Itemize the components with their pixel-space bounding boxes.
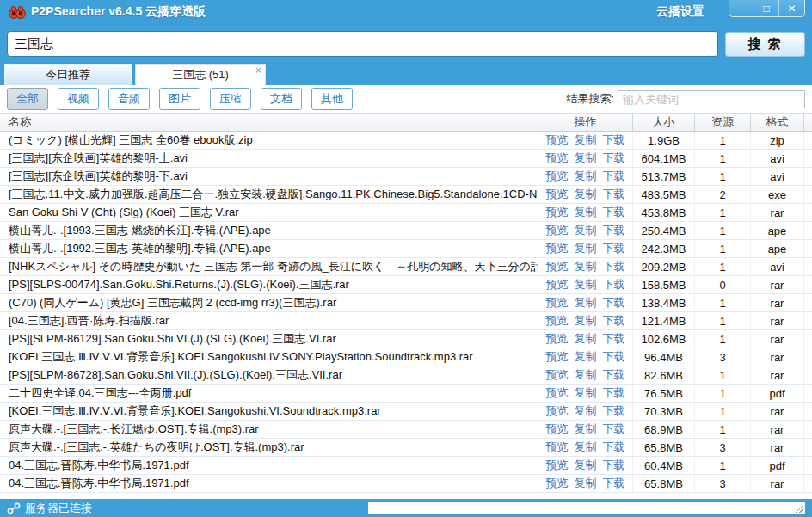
- preview-link[interactable]: 预览: [546, 385, 569, 401]
- preview-link[interactable]: 预览: [546, 331, 569, 347]
- row-actions: 预览复制下载: [538, 276, 633, 293]
- preview-link[interactable]: 预览: [546, 440, 569, 455]
- preview-link[interactable]: 预览: [546, 259, 569, 274]
- copy-link[interactable]: 复制: [575, 458, 597, 473]
- preview-link[interactable]: 预览: [546, 205, 569, 220]
- filter-button-image[interactable]: 图片: [159, 88, 200, 110]
- download-link[interactable]: 下载: [603, 169, 625, 184]
- preview-link[interactable]: 预览: [546, 476, 569, 491]
- copy-link[interactable]: 复制: [575, 440, 597, 455]
- download-link[interactable]: 下载: [603, 385, 625, 401]
- preview-link[interactable]: 预览: [546, 313, 569, 329]
- copy-link[interactable]: 复制: [575, 205, 597, 220]
- filter-button-other[interactable]: 其他: [311, 88, 353, 110]
- file-name[interactable]: [三国志.11.中文.威力加强版.超高压二合一.独立安装.硬盘版].Sango.…: [0, 186, 538, 203]
- download-link[interactable]: 下载: [603, 277, 625, 292]
- copy-link[interactable]: 复制: [575, 403, 597, 419]
- file-name[interactable]: [PS][SLPS-00474].San.Goku.Shi.Returns.(J…: [0, 276, 538, 293]
- download-link[interactable]: 下载: [603, 241, 625, 256]
- file-name[interactable]: 横山菁儿.-.[1992.三国志-英雄的黎明].专辑.(APE).ape: [0, 240, 538, 257]
- file-name[interactable]: San Goku Shi V (Cht) (Slg) (Koei) 三国志 V.…: [0, 204, 538, 221]
- file-name[interactable]: [PS][SLPM-86129].San.Goku.Shi.VI.(J).(SL…: [0, 330, 538, 348]
- copy-link[interactable]: 复制: [575, 385, 597, 401]
- file-name[interactable]: 原声大碟.-.[三国志.-.英雄たちの夜明け.OST].专辑.(mp3).rar: [0, 439, 538, 456]
- copy-link[interactable]: 复制: [575, 241, 597, 256]
- download-link[interactable]: 下载: [603, 440, 625, 455]
- copy-link[interactable]: 复制: [575, 187, 597, 202]
- download-link[interactable]: 下载: [603, 422, 625, 437]
- file-name[interactable]: (コミック) [横山光輝] 三国志 全60巻 ebook版.zip: [0, 132, 538, 149]
- file-name[interactable]: 04.三国志.晋陈寿.中华书局.1971.pdf: [0, 475, 538, 492]
- filter-button-video[interactable]: 视频: [58, 88, 99, 110]
- preview-link[interactable]: 预览: [546, 277, 569, 292]
- download-link[interactable]: 下载: [603, 259, 625, 274]
- preview-link[interactable]: 预览: [546, 223, 569, 238]
- preview-link[interactable]: 预览: [546, 241, 569, 256]
- cloud-settings-button[interactable]: 云播设置: [656, 4, 704, 20]
- preview-link[interactable]: 预览: [546, 151, 569, 166]
- download-link[interactable]: 下载: [603, 403, 625, 419]
- preview-link[interactable]: 预览: [546, 403, 569, 419]
- download-link[interactable]: 下载: [603, 331, 625, 347]
- download-link[interactable]: 下载: [603, 476, 625, 491]
- download-link[interactable]: 下载: [603, 132, 625, 148]
- file-name[interactable]: 二十四史全译.04.三国志---全两册.pdf: [0, 385, 538, 402]
- tab-today-recommend[interactable]: 今日推荐: [4, 64, 132, 85]
- maximize-button[interactable]: □: [754, 0, 779, 16]
- preview-link[interactable]: 预览: [546, 349, 569, 365]
- copy-link[interactable]: 复制: [575, 331, 597, 347]
- filter-button-all[interactable]: 全部: [7, 88, 48, 110]
- file-name[interactable]: [KOEI.三国志.Ⅲ.Ⅳ.Ⅴ.Ⅵ.背景音乐].KOEI.Sangokushi.…: [0, 403, 538, 420]
- download-link[interactable]: 下载: [603, 367, 625, 383]
- copy-link[interactable]: 复制: [575, 277, 597, 292]
- preview-link[interactable]: 预览: [546, 132, 569, 148]
- file-name[interactable]: 横山菁儿.-.[1993.三国志-燃烧的长江].专辑.(APE).ape: [0, 222, 538, 239]
- preview-link[interactable]: 预览: [546, 169, 569, 184]
- copy-link[interactable]: 复制: [575, 259, 597, 274]
- download-link[interactable]: 下载: [603, 151, 625, 166]
- download-link[interactable]: 下载: [603, 458, 625, 473]
- preview-link[interactable]: 预览: [546, 295, 569, 311]
- search-button[interactable]: 搜 索: [725, 32, 805, 57]
- download-link[interactable]: 下载: [603, 349, 625, 365]
- search-input[interactable]: [7, 31, 718, 57]
- tab-close-icon[interactable]: ×: [255, 65, 261, 76]
- close-button[interactable]: ✕: [779, 0, 804, 16]
- preview-link[interactable]: 预览: [546, 187, 569, 202]
- copy-link[interactable]: 复制: [575, 151, 597, 166]
- preview-link[interactable]: 预览: [546, 458, 569, 473]
- preview-link[interactable]: 预览: [546, 367, 569, 383]
- status-input[interactable]: [368, 502, 805, 514]
- copy-link[interactable]: 复制: [575, 476, 597, 491]
- resize-grip-icon[interactable]: [796, 505, 803, 513]
- download-link[interactable]: 下载: [603, 313, 625, 329]
- file-name[interactable]: 04.三国志.晋陈寿.中华书局.1971.pdf: [0, 457, 538, 474]
- file-name[interactable]: [04.三国志].西晋·陈寿.扫描版.rar: [0, 312, 538, 329]
- download-link[interactable]: 下载: [603, 187, 625, 202]
- file-name[interactable]: (C70) (同人ゲーム) [黄忠G] 三国志載閃 2 (ccd-img rr3…: [0, 294, 538, 311]
- copy-link[interactable]: 复制: [575, 223, 597, 238]
- download-link[interactable]: 下载: [603, 295, 625, 311]
- minimize-button[interactable]: ─: [729, 0, 754, 16]
- filter-button-audio[interactable]: 音频: [108, 88, 150, 110]
- download-link[interactable]: 下载: [603, 223, 625, 238]
- filter-button-doc[interactable]: 文档: [261, 88, 302, 110]
- copy-link[interactable]: 复制: [575, 132, 597, 148]
- file-name[interactable]: [三国志][东企映画]英雄的黎明-下.avi: [0, 168, 538, 185]
- download-link[interactable]: 下载: [603, 205, 625, 220]
- copy-link[interactable]: 复制: [575, 422, 597, 437]
- file-name[interactable]: [PS][SLPM-86728].San.Goku.Shi.VII.(J).(S…: [0, 366, 538, 384]
- copy-link[interactable]: 复制: [575, 313, 597, 329]
- preview-link[interactable]: 预览: [546, 422, 569, 437]
- filter-button-archive[interactable]: 压缩: [210, 88, 251, 110]
- file-name[interactable]: [KOEI.三国志.Ⅲ.Ⅳ.Ⅴ.Ⅵ.背景音乐].KOEI.Sangokushi.…: [0, 348, 538, 366]
- copy-link[interactable]: 复制: [575, 367, 597, 383]
- tab-search-results[interactable]: 三国志 (51) ×: [135, 64, 266, 85]
- file-name[interactable]: [三国志][东企映画]英雄的黎明-上.avi: [0, 150, 538, 167]
- copy-link[interactable]: 复制: [575, 349, 597, 365]
- file-name[interactable]: 原声大碟.-.[三国志.-.长江燃ゆ.OST].专辑.(mp3).rar: [0, 421, 538, 438]
- copy-link[interactable]: 复制: [575, 169, 597, 184]
- result-search-input[interactable]: [618, 90, 805, 108]
- copy-link[interactable]: 复制: [575, 295, 597, 311]
- file-name[interactable]: [NHKスペシャル] その時歴史が動いた 三国志 第一部 奇跡の風_長江に吹く …: [0, 258, 538, 275]
